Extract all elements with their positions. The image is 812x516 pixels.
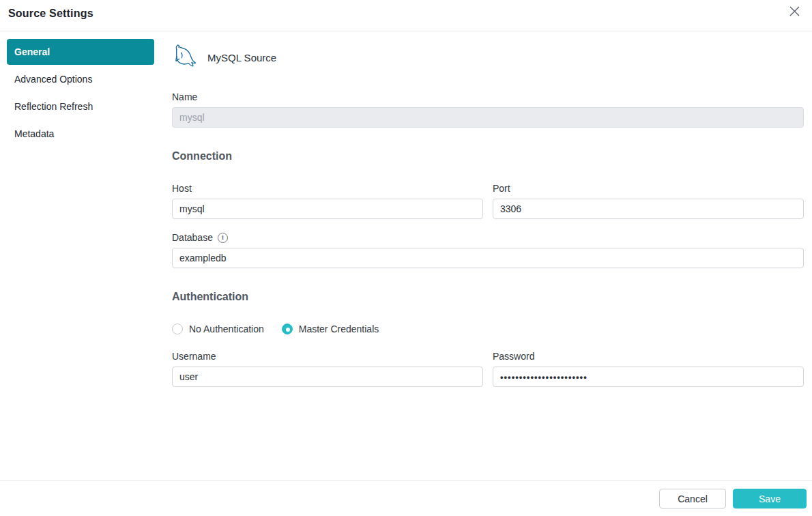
credentials-row: Username Password	[172, 349, 804, 387]
authentication-heading: Authentication	[172, 291, 804, 303]
username-field-block: Username	[172, 349, 483, 387]
modal-header: Source Settings	[0, 0, 812, 31]
radio-label: No Authentication	[189, 324, 264, 334]
modal-title: Source Settings	[8, 8, 93, 20]
sidebar-item-general[interactable]: General	[7, 39, 154, 65]
sidebar-item-label: Metadata	[14, 128, 54, 139]
port-label: Port	[493, 182, 804, 195]
port-field-block: Port	[493, 182, 804, 219]
info-icon[interactable]: i	[218, 233, 228, 243]
radio-label: Master Credentials	[299, 324, 379, 334]
password-input[interactable]	[493, 367, 804, 387]
close-button[interactable]	[786, 4, 802, 20]
sidebar-item-label: Advanced Options	[14, 74, 92, 85]
close-icon	[789, 5, 800, 19]
cancel-button[interactable]: Cancel	[659, 489, 726, 508]
name-input	[172, 107, 804, 128]
database-label-text: Database	[172, 231, 213, 244]
password-field-block: Password	[493, 349, 804, 387]
source-type-row: MySQL Source	[172, 42, 804, 72]
host-input[interactable]	[172, 199, 483, 219]
database-field-block: Database i	[172, 231, 804, 268]
modal-footer: Cancel Save	[0, 481, 812, 516]
radio-master-credentials[interactable]: Master Credentials	[282, 324, 379, 334]
authentication-radio-group: No Authentication Master Credentials	[172, 324, 804, 334]
port-input[interactable]	[493, 199, 804, 219]
username-input[interactable]	[172, 367, 483, 387]
host-port-row: Host Port	[172, 182, 804, 219]
radio-no-authentication[interactable]: No Authentication	[172, 324, 264, 334]
sidebar-item-reflection-refresh[interactable]: Reflection Refresh	[7, 94, 154, 119]
save-button[interactable]: Save	[733, 489, 807, 508]
source-settings-modal: Source Settings General Advanced Options…	[0, 0, 812, 516]
general-settings-panel: MySQL Source Name Connection Host Port D…	[172, 31, 804, 481]
sidebar-item-label: General	[14, 46, 50, 57]
host-field-block: Host	[172, 182, 483, 219]
source-type-label: MySQL Source	[207, 52, 276, 63]
database-input[interactable]	[172, 248, 804, 268]
radio-selected-icon	[282, 324, 293, 334]
sidebar-item-label: Reflection Refresh	[14, 101, 93, 112]
settings-sidebar: General Advanced Options Reflection Refr…	[0, 31, 161, 481]
sidebar-item-advanced-options[interactable]: Advanced Options	[7, 66, 154, 92]
password-label: Password	[493, 349, 804, 363]
mysql-dolphin-icon	[172, 43, 198, 72]
connection-heading: Connection	[172, 150, 804, 162]
database-label: Database i	[172, 231, 804, 244]
radio-unselected-icon	[172, 324, 183, 334]
username-label: Username	[172, 349, 483, 363]
host-label: Host	[172, 182, 483, 195]
name-field-block: Name	[172, 90, 804, 128]
sidebar-item-metadata[interactable]: Metadata	[7, 121, 154, 147]
name-label: Name	[172, 90, 804, 104]
